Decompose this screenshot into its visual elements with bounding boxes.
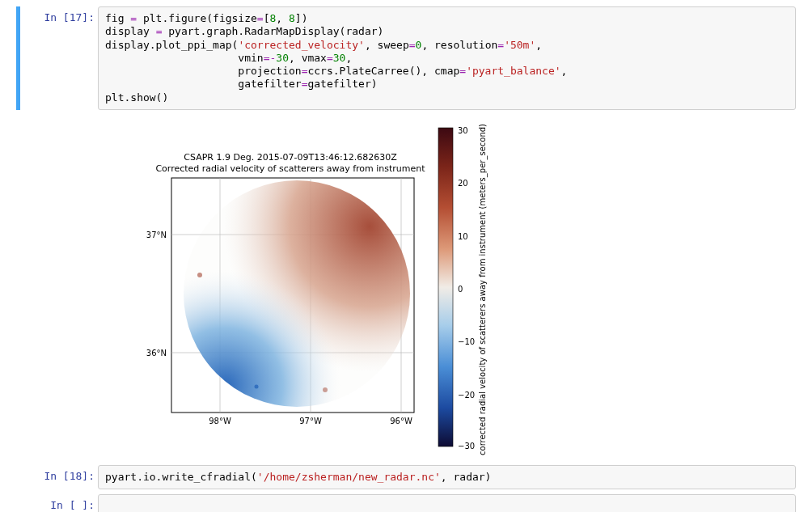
y-tick-label: 37°N	[146, 231, 167, 239]
svg-text:−30: −30	[458, 442, 475, 451]
x-tick-label: 96°W	[390, 417, 412, 425]
input-prompt: In [18]:	[20, 465, 98, 489]
code-editor[interactable]: pyart.io.write_cfradial('/home/zsherman/…	[98, 465, 796, 489]
radar-data-blob	[151, 142, 455, 449]
svg-point-13	[255, 384, 259, 388]
code-editor[interactable]	[98, 494, 796, 512]
radar-plot-svg: CSAPR 1.9 Deg. 2015-07-09T13:46:12.68263…	[133, 125, 505, 456]
code-cell[interactable]: In [17]: fig = plt.figure(figsize=[8, 8]…	[16, 6, 796, 110]
svg-text:10: 10	[458, 232, 468, 241]
svg-text:−20: −20	[458, 391, 475, 400]
x-tick-label: 97°W	[299, 417, 322, 425]
svg-text:30: 30	[458, 126, 468, 135]
svg-rect-15	[438, 128, 453, 446]
y-tick-label: 36°N	[146, 349, 167, 358]
colorbar-label: corrected radial velocity of scatterers …	[478, 125, 488, 455]
notebook: In [17]: fig = plt.figure(figsize=[8, 8]…	[0, 0, 812, 512]
svg-point-10	[184, 337, 188, 342]
svg-text:−10: −10	[458, 337, 475, 346]
svg-point-8	[151, 239, 362, 449]
radar-plot: CSAPR 1.9 Deg. 2015-07-09T13:46:12.68263…	[100, 121, 505, 456]
svg-point-9	[197, 273, 202, 277]
code-editor[interactable]: fig = plt.figure(figsize=[8, 8]) display…	[98, 6, 796, 110]
colorbar-ticks: 30 20 10 0 −10 −20 −30	[458, 126, 475, 451]
svg-point-14	[323, 387, 328, 392]
plot-title-line2: Corrected radial velocity of scatterers …	[155, 163, 425, 174]
code-cell[interactable]: In [ ]:	[16, 494, 796, 512]
plot-title-line1: CSAPR 1.9 Deg. 2015-07-09T13:46:12.68263…	[184, 152, 397, 163]
x-tick-label: 98°W	[209, 417, 231, 425]
cell-output: CSAPR 1.9 Deg. 2015-07-09T13:46:12.68263…	[16, 115, 796, 465]
input-prompt: In [ ]:	[20, 494, 98, 512]
code-cell[interactable]: In [18]: pyart.io.write_cfradial('/home/…	[16, 465, 796, 489]
svg-text:0: 0	[458, 285, 463, 294]
svg-text:20: 20	[458, 179, 468, 188]
svg-point-12	[370, 199, 377, 205]
input-prompt: In [17]:	[20, 6, 98, 110]
colorbar: 30 20 10 0 −10 −20 −30 corrected radial …	[438, 125, 488, 455]
